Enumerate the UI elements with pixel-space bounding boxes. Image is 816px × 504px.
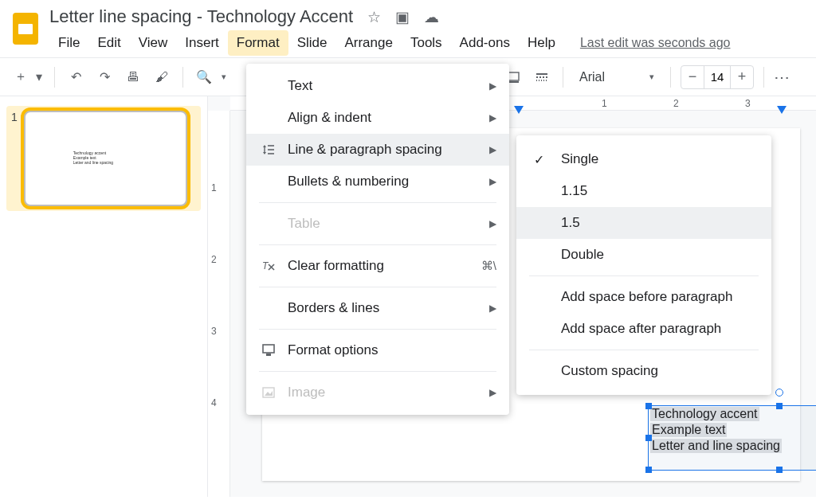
increase-font-button[interactable]: +	[731, 68, 753, 85]
star-icon[interactable]: ☆	[367, 8, 381, 26]
slide-panel: 1 Technology accent Example text Letter …	[0, 96, 207, 497]
svg-text:T: T	[262, 260, 269, 272]
menu-bar: File Edit View Insert Format Slide Arran…	[49, 30, 806, 56]
svg-marker-8	[777, 106, 787, 114]
app-header: Letter line spacing - Technology Accent …	[0, 0, 816, 56]
menu-format[interactable]: Format	[228, 30, 288, 56]
menu-item-image: Image▶	[246, 377, 509, 408]
menu-item-bullets[interactable]: Bullets & numbering▶	[246, 166, 509, 197]
slides-logo[interactable]	[10, 6, 41, 51]
ruler-tick: 2	[211, 254, 217, 265]
selected-textbox[interactable]: Technology accent Example text Letter an…	[648, 405, 816, 471]
line-spacing-submenu: ✓ Single 1.15 1.5 Double Add space befor…	[516, 135, 771, 395]
font-size-control: − 14 +	[681, 65, 754, 89]
border-style-button[interactable]	[531, 66, 553, 88]
decrease-font-button[interactable]: −	[681, 68, 704, 85]
menu-slide[interactable]: Slide	[288, 30, 336, 56]
menu-tools[interactable]: Tools	[402, 30, 451, 56]
menu-insert[interactable]: Insert	[176, 30, 228, 56]
svg-rect-16	[266, 354, 271, 356]
menu-edit[interactable]: Edit	[88, 30, 129, 56]
move-icon[interactable]: ▣	[395, 8, 410, 26]
menu-file[interactable]: File	[49, 30, 88, 56]
indent-marker-left-icon[interactable]	[514, 103, 524, 117]
clear-format-icon: T	[261, 259, 277, 273]
print-button[interactable]: 🖶	[122, 66, 144, 88]
resize-handle[interactable]	[645, 403, 652, 409]
spacing-add-after[interactable]: Add space after paragraph	[516, 313, 771, 345]
spacing-1-15[interactable]: 1.15	[516, 175, 771, 207]
format-menu-dropdown: Text▶ Align & indent▶ Line & paragraph s…	[246, 64, 509, 415]
plus-icon: ＋	[10, 66, 32, 88]
svg-rect-1	[18, 24, 33, 34]
textbox-line: Technology accent	[650, 407, 759, 421]
spacing-single[interactable]: ✓ Single	[516, 143, 771, 175]
menu-item-borders-lines[interactable]: Borders & lines▶	[246, 292, 509, 324]
paint-format-button[interactable]: 🖌	[151, 66, 173, 88]
menu-item-text[interactable]: Text▶	[246, 70, 509, 102]
menu-view[interactable]: View	[130, 30, 177, 56]
ruler-tick: 4	[211, 397, 217, 408]
spacing-custom[interactable]: Custom spacing	[516, 355, 771, 387]
thumb-line: Letter and line spacing	[73, 160, 113, 165]
slide-thumbnail[interactable]: 1 Technology accent Example text Letter …	[6, 106, 201, 211]
cloud-status-icon[interactable]: ☁	[424, 8, 439, 26]
menu-item-clear-formatting[interactable]: T Clear formatting⌘\	[246, 250, 509, 282]
menu-addons[interactable]: Add-ons	[451, 30, 519, 56]
svg-rect-2	[508, 72, 519, 80]
line-spacing-icon	[261, 143, 277, 157]
textbox-line: Example text	[650, 423, 727, 437]
resize-handle[interactable]	[776, 403, 783, 409]
spacing-add-before[interactable]: Add space before paragraph	[516, 281, 771, 313]
ruler-tick: 3	[211, 326, 217, 337]
ruler-tick: 1	[602, 98, 607, 109]
new-slide-button[interactable]: ＋ ▾	[10, 66, 45, 88]
last-edit-link[interactable]: Last edit was seconds ago	[580, 36, 731, 50]
ruler-tick: 2	[673, 98, 679, 109]
chevron-down-icon: ▾	[649, 72, 654, 82]
resize-handle[interactable]	[645, 435, 652, 441]
redo-button[interactable]: ↷	[93, 66, 116, 88]
check-icon: ✓	[534, 152, 548, 167]
ruler-tick: 3	[745, 98, 751, 109]
rotate-handle[interactable]	[775, 389, 783, 397]
menu-help[interactable]: Help	[519, 30, 564, 56]
textbox-line: Letter and line spacing	[650, 439, 782, 453]
menu-item-table: Table▶	[246, 208, 509, 240]
font-family-dropdown[interactable]: Arial ▾	[573, 67, 661, 88]
indent-marker-right-icon[interactable]	[777, 103, 787, 117]
spacing-1-5[interactable]: 1.5	[516, 207, 771, 239]
spacing-double[interactable]: Double	[516, 239, 771, 271]
svg-rect-3	[508, 81, 519, 83]
resize-handle[interactable]	[645, 467, 652, 473]
slide-number: 1	[11, 111, 18, 206]
chevron-down-icon: ▾	[222, 72, 226, 82]
menu-arrange[interactable]: Arrange	[335, 30, 401, 56]
menu-item-align-indent[interactable]: Align & indent▶	[246, 102, 509, 134]
chevron-down-icon: ▾	[33, 66, 45, 88]
menu-item-line-spacing[interactable]: Line & paragraph spacing▶	[246, 134, 509, 166]
document-title[interactable]: Letter line spacing - Technology Accent	[49, 6, 353, 27]
svg-marker-18	[265, 391, 273, 396]
font-name-label: Arial	[579, 70, 605, 84]
resize-handle[interactable]	[776, 467, 783, 473]
undo-button[interactable]: ↶	[65, 66, 87, 88]
svg-rect-15	[263, 345, 274, 353]
vertical-ruler[interactable]: 1 2 3 4	[208, 111, 230, 497]
font-size-value[interactable]: 14	[704, 66, 731, 88]
ruler-tick: 1	[211, 182, 217, 193]
more-toolbar-button[interactable]: ⋯	[774, 68, 791, 87]
menu-item-format-options[interactable]: Format options	[246, 334, 509, 366]
svg-marker-7	[514, 106, 524, 114]
format-options-icon	[261, 343, 277, 357]
image-icon	[261, 385, 277, 400]
zoom-button[interactable]: 🔍	[193, 66, 215, 88]
